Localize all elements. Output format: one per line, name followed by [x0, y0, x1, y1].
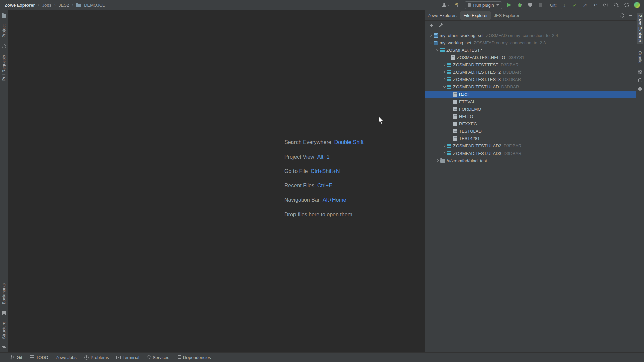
toolwindow-button-zowe-jobs[interactable]: Zowe Jobs [56, 355, 77, 360]
settings-button[interactable] [624, 2, 630, 8]
sidebar-item-bookmarks[interactable]: Bookmarks [1, 281, 7, 306]
bookmark-icon[interactable] [2, 311, 6, 315]
tree-row-dataset[interactable]: ZOSMFAD.TEST.ULAD3 D3DBAR [425, 149, 636, 157]
toolwindow-button-todo[interactable]: TODO [30, 355, 48, 360]
git-push-button[interactable]: ↗ [582, 2, 588, 8]
tree-suffix: D3DBAR [503, 77, 521, 82]
tree-row-working-set[interactable]: my_working_set ZOSMFAD on my_connection_… [425, 39, 636, 46]
breadcrumb: Zowe Explorer › Jobs › JES2 › DEMOJCL [0, 3, 105, 8]
project-icon[interactable] [2, 14, 6, 18]
search-everywhere-button[interactable] [613, 2, 619, 8]
git-rollback-button[interactable]: ↶ [592, 2, 598, 8]
tree-row-member[interactable]: TESTULAD [425, 127, 636, 135]
tree-row-member-selected[interactable]: DJCL [425, 90, 636, 98]
run-with-coverage-button[interactable] [527, 2, 533, 8]
tree-suffix: D3SYS1 [507, 55, 524, 60]
tree-row-member[interactable]: TEST4281 [425, 135, 636, 142]
chevron-right-icon[interactable] [442, 61, 447, 68]
shortcut-label: Go to File [284, 168, 308, 174]
tree-label: ZOSMFAD.TEST.* [446, 48, 482, 53]
editor-area[interactable]: Search Everywhere Double Shift Project V… [8, 10, 425, 352]
git-commit-button[interactable]: ✓ [572, 2, 578, 8]
sidebar-item-project[interactable]: Project [1, 22, 7, 40]
sidebar-item-structure[interactable]: Structure [1, 320, 7, 341]
chevron-down-icon[interactable] [442, 83, 447, 90]
tree-label: ZOSMFAD.TEST.ULAD2 [453, 143, 501, 148]
tool-window-title: Zowe Explorer: [428, 13, 457, 18]
tree-suffix: D3DBAR [503, 70, 521, 75]
breadcrumb-item[interactable]: Jobs [42, 3, 51, 8]
dataset-icon [447, 70, 451, 74]
dataset-icon [447, 63, 451, 67]
tree-row-dataset[interactable]: ZOSMFAD.TEST.TEST D3DBAR [425, 61, 636, 68]
mouse-cursor [378, 116, 385, 125]
shortcut-keys: Alt+1 [317, 154, 330, 160]
run-button[interactable] [506, 2, 513, 8]
chevron-right-icon[interactable] [428, 32, 434, 39]
tree-label: ZOSMFAD.TEST.TEST2 [453, 70, 501, 75]
breadcrumb-item[interactable]: DEMOJCL [84, 3, 105, 8]
dataset-icon [447, 151, 451, 155]
debug-button[interactable] [517, 2, 523, 8]
toolwindow-button-problems[interactable]: Problems [84, 355, 109, 360]
git-update-button[interactable]: ↓ [561, 2, 567, 8]
chevron-right-icon[interactable] [442, 149, 447, 157]
add-icon[interactable] [429, 23, 434, 28]
database-icon[interactable] [638, 78, 642, 82]
toolwindow-button-services[interactable]: Services [147, 355, 169, 360]
tree-label: my_other_working_set [440, 33, 484, 38]
tree-row-dataset[interactable]: ZOSMFAD.TEST.ULAD D3DBAR [425, 83, 636, 90]
chevron-right-icon[interactable] [442, 68, 447, 76]
tab-file-explorer[interactable]: File Explorer [460, 11, 491, 20]
bell-icon[interactable] [638, 87, 642, 90]
avatar[interactable] [634, 2, 640, 8]
toolwindow-button-dependencies[interactable]: Dependencies [177, 355, 211, 360]
services-icon [147, 355, 151, 359]
pull-requests-icon[interactable] [1, 43, 7, 49]
tree-label: ETPVAL [459, 99, 475, 104]
tab-jes-explorer[interactable]: JES Explorer [491, 11, 522, 20]
toolwindow-button-terminal[interactable]: Terminal [116, 355, 139, 360]
shortcut-keys: Ctrl+E [317, 183, 332, 189]
sidebar-item-zowe-explorer[interactable]: Zowe Explorer [637, 13, 643, 44]
tree-row-member[interactable]: REXXEG [425, 120, 636, 127]
sidebar-item-pull-requests[interactable]: Pull Requests [1, 53, 7, 83]
build-button[interactable] [454, 2, 460, 8]
breadcrumb-item[interactable]: JES2 [59, 3, 69, 8]
chevron-right-icon[interactable] [435, 157, 440, 164]
toolbar-actions: Run plugin Git: ↓ ✓ ↗ ↶ [442, 1, 644, 9]
tree-row-member[interactable]: HELLO [425, 113, 636, 120]
hammer-icon [454, 2, 460, 8]
tree-row-member[interactable]: ETPVAL [425, 98, 636, 105]
panel-settings-icon[interactable] [620, 13, 624, 18]
tree-row-dataset[interactable]: ZOSMFAD.TEST.TEST2 D3DBAR [425, 68, 636, 76]
ide-window: Zowe Explorer › Jobs › JES2 › DEMOJCL [0, 0, 644, 362]
wrench-icon[interactable] [439, 23, 444, 28]
tree-row-member[interactable]: FORDEMO [425, 105, 636, 113]
chevron-down-icon[interactable] [428, 39, 434, 46]
dataset-icon [447, 77, 451, 81]
tree-row-dataset[interactable]: ZOSMFAD.TEST.HELLO D3SYS1 [425, 54, 636, 61]
tree-row-uss-path[interactable]: /u/zosmfad/ulad_test [425, 157, 636, 164]
run-configuration-select[interactable]: Run plugin [465, 1, 502, 9]
chevron-right-icon[interactable] [442, 142, 447, 149]
user-menu-button[interactable] [442, 2, 450, 8]
tree-row-dataset[interactable]: ZOSMFAD.TEST.ULAD2 D3DBAR [425, 142, 636, 149]
tree-row-dataset[interactable]: ZOSMFAD.TEST.TEST3 D3DBAR [425, 76, 636, 83]
structure-icon[interactable] [2, 346, 6, 350]
todo-list-icon [30, 355, 34, 359]
bug-icon [517, 2, 523, 8]
toolwindow-button-git[interactable]: Git [10, 355, 22, 360]
minimize-icon[interactable] [629, 15, 632, 16]
stop-icon [539, 3, 542, 7]
chevron-down-icon[interactable] [435, 46, 440, 54]
shortcut-label: Project View [284, 154, 314, 160]
chevron-right-icon[interactable] [442, 76, 447, 83]
stop-button[interactable] [538, 2, 544, 8]
grid-icon[interactable] [638, 70, 642, 74]
tree-row-working-set[interactable]: my_other_working_set ZOSMFAD on my_conne… [425, 32, 636, 39]
breadcrumb-item[interactable]: Zowe Explorer [5, 3, 35, 8]
tree-row-dataset-mask[interactable]: ZOSMFAD.TEST.* [425, 46, 636, 54]
sidebar-item-gradle[interactable]: Gradle [637, 49, 643, 66]
history-button[interactable] [603, 2, 609, 8]
